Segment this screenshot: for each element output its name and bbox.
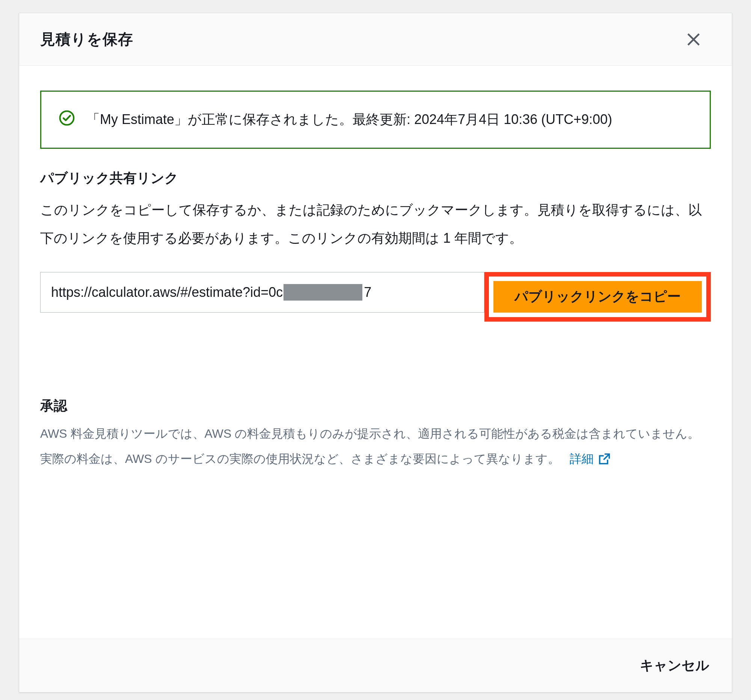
share-link-title: パブリック共有リンク (40, 169, 711, 187)
success-alert-text: 「My Estimate」が正常に保存されました。最終更新: 2024年7月4日… (87, 107, 612, 132)
acknowledgment-title: 承認 (40, 397, 711, 415)
share-link-url-prefix: https://calculator.aws/#/estimate?id=0c (51, 285, 283, 300)
share-link-row: https://calculator.aws/#/estimate?id=0c7… (40, 272, 711, 322)
copy-public-link-button[interactable]: パブリックリンクをコピー (493, 281, 702, 313)
cancel-button[interactable]: キャンセル (640, 657, 709, 675)
external-link-icon (597, 452, 611, 466)
success-alert: 「My Estimate」が正常に保存されました。最終更新: 2024年7月4日… (40, 91, 711, 149)
success-check-icon (59, 110, 75, 126)
modal-header: 見積りを保存 (19, 13, 732, 66)
modal-footer: キャンセル (19, 639, 732, 692)
acknowledgment-text: AWS 料金見積りツールでは、AWS の料金見積もりのみが提示され、適用される可… (40, 421, 711, 472)
redacted-segment (283, 284, 362, 300)
modal-title: 見積りを保存 (40, 29, 685, 50)
close-icon (685, 31, 702, 48)
share-link-url-suffix: 7 (364, 285, 371, 300)
details-link-label: 詳細 (570, 446, 594, 472)
details-link[interactable]: 詳細 (570, 446, 611, 472)
modal-body: 「My Estimate」が正常に保存されました。最終更新: 2024年7月4日… (19, 66, 732, 639)
save-estimate-modal: 見積りを保存 「My Estimate」が正常に保存されました。最終更新: 20… (19, 13, 732, 692)
share-link-description: このリンクをコピーして保存するか、または記録のためにブックマークします。見積りを… (40, 196, 711, 252)
close-button[interactable] (685, 31, 702, 48)
share-link-input[interactable]: https://calculator.aws/#/estimate?id=0c7 (40, 272, 484, 313)
copy-button-highlight: パブリックリンクをコピー (484, 272, 711, 322)
